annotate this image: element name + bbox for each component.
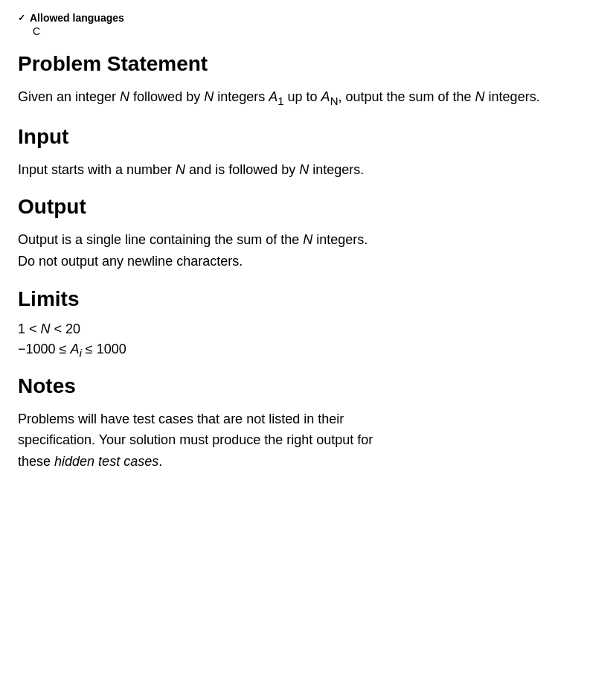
math-ai-limit: Ai xyxy=(70,342,81,356)
notes-line2: specification. Your solution must produc… xyxy=(18,432,373,447)
input-section: Input Input starts with a number N and i… xyxy=(18,125,598,181)
output-paragraph-line2: Do not output any newline characters. xyxy=(18,254,243,269)
allowed-languages-section: ✓ Allowed languages C xyxy=(18,12,598,37)
limit-1: 1 < N < 20 xyxy=(18,321,598,337)
allowed-languages-label: Allowed languages xyxy=(30,12,124,24)
input-heading: Input xyxy=(18,125,598,149)
math-subn: N xyxy=(330,95,339,107)
math-n-limit: N xyxy=(41,321,51,336)
problem-statement-section: Problem Statement Given an integer N fol… xyxy=(18,52,598,110)
notes-italic: hidden test cases xyxy=(54,454,158,469)
math-n1: N xyxy=(120,89,129,104)
math-n-output: N xyxy=(303,232,312,247)
output-section: Output Output is a single line containin… xyxy=(18,195,598,272)
chevron-down-icon: ✓ xyxy=(18,13,25,23)
notes-section: Notes Problems will have test cases that… xyxy=(18,374,598,473)
output-heading: Output xyxy=(18,195,598,219)
allowed-language-value: C xyxy=(33,25,598,37)
notes-line1: Problems will have test cases that are n… xyxy=(18,412,344,426)
math-a1: A xyxy=(269,89,277,104)
notes-heading: Notes xyxy=(18,374,598,398)
math-n3: N xyxy=(475,89,485,104)
limits-section: Limits 1 < N < 20 −1000 ≤ Ai ≤ 1000 xyxy=(18,287,598,359)
math-sub-i: i xyxy=(79,347,81,359)
problem-statement-paragraph: Given an integer N followed by N integer… xyxy=(18,86,598,110)
notes-end: . xyxy=(158,454,162,469)
output-paragraph: Output is a single line containing the s… xyxy=(18,229,598,272)
input-paragraph: Input starts with a number N and is foll… xyxy=(18,159,598,181)
limits-heading: Limits xyxy=(18,287,598,311)
math-n-input2: N xyxy=(299,162,309,177)
math-sub1: 1 xyxy=(277,95,283,107)
math-n2: N xyxy=(204,89,214,104)
problem-statement-heading: Problem Statement xyxy=(18,52,598,76)
limit-2: −1000 ≤ Ai ≤ 1000 xyxy=(18,342,598,359)
notes-line3: these xyxy=(18,454,51,469)
allowed-languages-header[interactable]: ✓ Allowed languages xyxy=(18,12,598,24)
notes-paragraph: Problems will have test cases that are n… xyxy=(18,409,598,473)
math-n-input: N xyxy=(176,162,185,177)
math-an: A xyxy=(321,89,330,104)
